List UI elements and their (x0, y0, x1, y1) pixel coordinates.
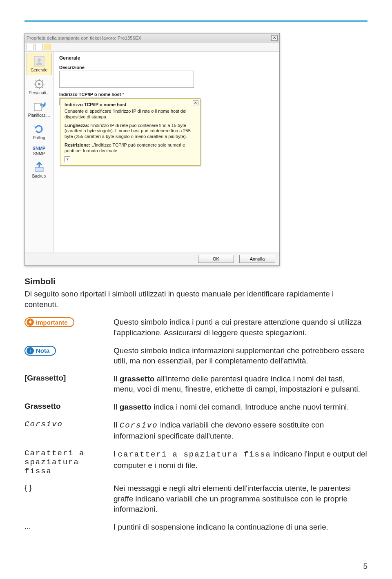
tooltip-paragraph: Lunghezza: l'indirizzo IP di rete può co… (65, 123, 196, 140)
titlebar: Proprietà della stampante con ticket lav… (25, 33, 279, 42)
sidebar-item-personali[interactable]: Personali... (27, 76, 52, 98)
symbol-description: Questo simbolo indica i punti a cui pres… (114, 317, 368, 338)
symbol-bracket-bold: [Grassetto] (24, 374, 106, 394)
printer-properties-dialog: Proprietà della stampante con ticket lav… (24, 33, 280, 266)
host-label: Indirizzo TCP/IP o nome host * (59, 92, 274, 97)
ok-button[interactable]: OK (198, 255, 234, 263)
svg-line-11 (36, 87, 37, 88)
badge-label: Importante (36, 319, 68, 326)
symbol-description: I puntini di sospensione indicano la con… (114, 522, 368, 532)
sidebar-item-label: Generale (27, 68, 51, 72)
sidebar-item-generale[interactable]: Generale (27, 53, 52, 75)
symbol-braces: { } (24, 483, 106, 514)
star-icon: ✶ (27, 318, 34, 326)
tooltip-paragraph: Consente di specificare l'indirizzo IP d… (65, 109, 196, 120)
sidebar-item-pianificazi[interactable]: Pianificazi... (27, 98, 52, 120)
sidebar-item-label: SNMP (27, 151, 52, 156)
refresh-icon (32, 123, 47, 135)
host-label-text: Indirizzo TCP/IP o nome host (59, 92, 121, 97)
help-icon[interactable]: ? (65, 156, 70, 162)
sidebar-item-snmp[interactable]: SNMP SNMP (27, 143, 52, 158)
panel-heading: Generale (59, 55, 274, 61)
required-mark: * (122, 92, 124, 97)
toolstrip-button[interactable] (44, 44, 51, 50)
user-icon (32, 56, 47, 67)
description-label: Descrizione (59, 65, 274, 70)
svg-line-8 (36, 80, 37, 82)
symbol-description: Il grassetto all'interno delle parentesi… (114, 374, 368, 394)
snmp-icon: SNMP (32, 146, 47, 151)
toolstrip-button[interactable] (27, 44, 34, 50)
badge-label: Nota (36, 347, 49, 354)
close-icon[interactable]: ✕ (193, 100, 198, 105)
gear-icon (32, 78, 47, 90)
symbol-description: I caratteri a spaziatura fissa indicano … (114, 449, 368, 476)
section-heading: Simboli (24, 276, 368, 286)
nota-badge: ↓ Nota (24, 346, 56, 356)
symbol-important: ✶ Importante (24, 317, 106, 338)
tooltip-paragraph: Restrizione: L'indirizzo TCP/IP può cont… (65, 143, 196, 154)
symbol-description: Questo simbolo indica informazioni suppl… (114, 345, 368, 366)
sidebar-item-backup[interactable]: Backup (27, 159, 52, 181)
svg-line-9 (42, 87, 43, 88)
sidebar-item-label: Pianificazi... (27, 113, 52, 118)
intro-paragraph: Di seguito sono riportati i simboli util… (24, 289, 368, 310)
cancel-button[interactable]: Annulla (239, 255, 275, 263)
toolstrip (25, 42, 279, 52)
sidebar-item-polling[interactable]: Polling (27, 121, 52, 143)
symbol-italic: Corsivo (24, 420, 106, 441)
main-panel: Generale Descrizione Indirizzo TCP/IP o … (53, 52, 279, 252)
tooltip-popup: ✕ Indirizzo TCP/IP o nome host Consente … (60, 98, 200, 166)
symbol-description: Il gassetto indica i nomi dei comandi. I… (114, 402, 368, 412)
symbol-description: Nei messaggi e negli altri elementi dell… (114, 483, 368, 514)
symbols-table: ✶ Importante Questo simbolo indica i pun… (24, 317, 368, 532)
sidebar-item-label: Backup (27, 174, 52, 178)
symbol-fixed: Caratteri a spaziatura fissa (24, 449, 106, 476)
sidebar: Generale Personali... Pianificazi... Pol… (25, 52, 53, 252)
close-icon[interactable]: ✕ (271, 35, 278, 41)
backup-icon (32, 162, 47, 173)
page-number: 5 (363, 562, 368, 571)
svg-point-1 (38, 58, 41, 62)
window-title: Proprietà della stampante con ticket lav… (27, 36, 141, 40)
symbol-description: Il Corsivo indica variabili che devono e… (114, 420, 368, 441)
svg-point-3 (38, 83, 40, 85)
export-icon (32, 101, 47, 112)
tooltip-title: Indirizzo TCP/IP o nome host (65, 102, 196, 107)
symbol-bold: Grassetto (24, 402, 106, 412)
symbol-dots: ... (24, 522, 106, 532)
symbol-nota: ↓ Nota (24, 345, 106, 366)
svg-rect-13 (35, 167, 43, 171)
important-badge: ✶ Importante (24, 317, 74, 327)
sidebar-item-label: Polling (27, 136, 52, 140)
sidebar-item-label: Personali... (27, 91, 52, 95)
toolstrip-button[interactable] (35, 44, 42, 50)
description-input[interactable] (59, 71, 194, 88)
svg-line-10 (42, 80, 43, 82)
arrow-down-icon: ↓ (27, 347, 34, 354)
dialog-footer: OK Annulla (25, 252, 279, 265)
